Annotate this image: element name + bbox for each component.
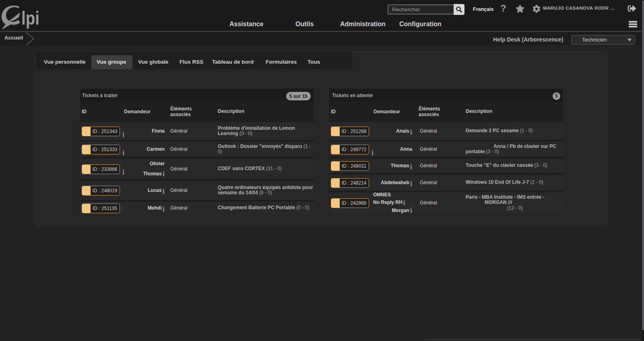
svg-text:lpi: lpi (21, 8, 39, 29)
